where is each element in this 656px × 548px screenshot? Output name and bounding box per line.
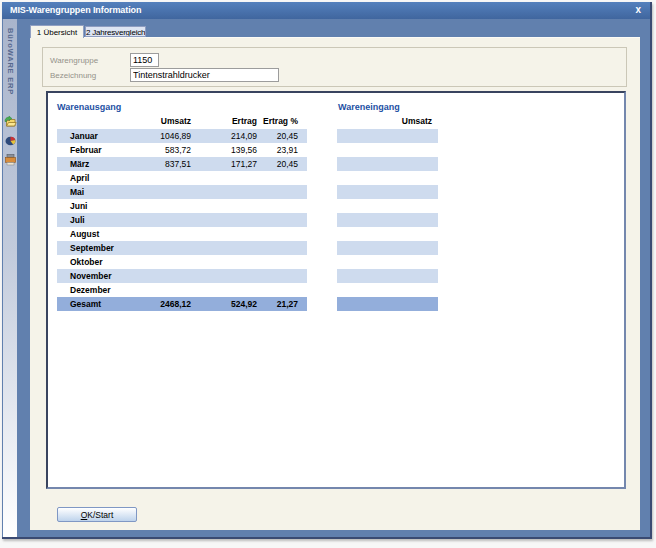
printer-icon[interactable] — [4, 152, 17, 170]
table-row[interactable]: Juli — [57, 213, 307, 227]
table-cell-ertrag: 524,92 — [191, 297, 257, 311]
close-icon[interactable]: x — [635, 4, 641, 15]
table-row[interactable]: Februar583,72139,5623,91 — [57, 143, 307, 157]
sidebar-brand: BüroWARE ERP — [6, 28, 15, 95]
wareneingang-table: Umsatz — [337, 115, 438, 311]
table-row[interactable] — [337, 269, 438, 283]
table-cell-ertrag_prozent — [257, 241, 298, 255]
table-cell-umsatz — [137, 185, 191, 199]
table-row[interactable] — [337, 199, 438, 213]
table-cell-umsatz — [137, 199, 191, 213]
table-cell-ertrag_prozent: 21,27 — [257, 297, 298, 311]
table-cell-ertrag — [191, 171, 257, 185]
bezeichnung-label: Bezeichnung — [50, 71, 96, 80]
table-cell-month: März — [57, 157, 137, 171]
table-row[interactable]: September — [57, 241, 307, 255]
table-cell-ertrag_prozent: 23,91 — [257, 143, 298, 157]
bezeichnung-input[interactable] — [130, 68, 279, 82]
column-header: Ertrag % — [257, 115, 298, 129]
open-folder-icon[interactable] — [4, 114, 17, 132]
tab-jahresvergleich[interactable]: 2 Jahresvergleich — [85, 26, 146, 37]
table-cell-ertrag_prozent — [257, 185, 298, 199]
ok-start-button[interactable]: OK/Start — [57, 507, 137, 522]
warenausgang-table: Umsatz Ertrag Ertrag % Januar1046,89214,… — [57, 115, 307, 311]
table-cell-umsatz — [137, 255, 191, 269]
table-row[interactable]: November — [57, 269, 307, 283]
table-cell-umsatz — [137, 213, 191, 227]
table-cell-umsatz — [337, 185, 432, 199]
table-row[interactable]: Mai — [57, 185, 307, 199]
table-cell-umsatz — [337, 227, 432, 241]
table-cell-umsatz — [137, 227, 191, 241]
column-header: Umsatz — [337, 115, 432, 129]
table-cell-umsatz — [337, 213, 432, 227]
table-row[interactable]: Januar1046,89214,0920,45 — [57, 129, 307, 143]
table-cell-ertrag — [191, 227, 257, 241]
table-cell-umsatz — [137, 269, 191, 283]
table-cell-ertrag_prozent — [257, 255, 298, 269]
data-panel: Warenausgang Wareneingang Umsatz Ertrag … — [46, 91, 626, 489]
table-cell-ertrag_prozent — [257, 199, 298, 213]
table-cell-ertrag_prozent — [257, 227, 298, 241]
sidebar: BüroWARE ERP — [3, 19, 17, 537]
table-row[interactable] — [337, 129, 438, 143]
table-cell-month: April — [57, 171, 137, 185]
table-cell-month: Januar — [57, 129, 137, 143]
table-row[interactable]: Oktober — [57, 255, 307, 269]
table-cell-ertrag: 139,56 — [191, 143, 257, 157]
tab-panel: Warengruppe Bezeichnung Warenausgang War… — [30, 37, 640, 530]
window: MIS-Warengruppen Information x BüroWARE … — [2, 2, 652, 539]
table-cell-month: Oktober — [57, 255, 137, 269]
table-cell-month: Juni — [57, 199, 137, 213]
warenausgang-rows: Januar1046,89214,0920,45Februar583,72139… — [57, 129, 307, 311]
tab-uebersicht[interactable]: 1 Übersicht — [30, 25, 84, 38]
table-cell-ertrag_prozent — [257, 213, 298, 227]
table-cell-umsatz: 1046,89 — [137, 129, 191, 143]
table-row[interactable] — [337, 283, 438, 297]
table-row[interactable]: März837,51171,2720,45 — [57, 157, 307, 171]
table-row[interactable]: Gesamt2468,12524,9221,27 — [57, 297, 307, 311]
pie-chart-icon[interactable] — [4, 133, 17, 151]
table-cell-umsatz — [137, 283, 191, 297]
table-cell-umsatz — [337, 255, 432, 269]
table-cell-umsatz — [337, 171, 432, 185]
table-row[interactable] — [337, 171, 438, 185]
table-row[interactable] — [337, 241, 438, 255]
table-cell-ertrag — [191, 185, 257, 199]
table-cell-ertrag_prozent: 20,45 — [257, 157, 298, 171]
table-cell-ertrag — [191, 213, 257, 227]
table-cell-month: Juli — [57, 213, 137, 227]
table-cell-month: Gesamt — [57, 297, 137, 311]
table-cell-umsatz — [337, 297, 432, 311]
table-row[interactable] — [337, 227, 438, 241]
table-cell-ertrag — [191, 269, 257, 283]
table-row[interactable] — [337, 185, 438, 199]
table-cell-month: August — [57, 227, 137, 241]
column-header — [57, 115, 137, 129]
table-cell-ertrag: 214,09 — [191, 129, 257, 143]
table-cell-umsatz — [137, 171, 191, 185]
table-row[interactable] — [337, 157, 438, 171]
wareneingang-rows — [337, 129, 438, 311]
table-cell-umsatz: 2468,12 — [137, 297, 191, 311]
warengruppe-label: Warengruppe — [50, 56, 98, 65]
wareneingang-header-row: Umsatz — [337, 115, 438, 129]
table-row[interactable] — [337, 143, 438, 157]
table-row[interactable]: August — [57, 227, 307, 241]
window-title: MIS-Warengruppen Information — [10, 5, 141, 15]
table-cell-umsatz: 583,72 — [137, 143, 191, 157]
table-row[interactable] — [337, 213, 438, 227]
table-cell-ertrag_prozent — [257, 269, 298, 283]
table-cell-month: September — [57, 241, 137, 255]
table-row[interactable]: April — [57, 171, 307, 185]
table-row[interactable]: Juni — [57, 199, 307, 213]
table-cell-umsatz — [337, 241, 432, 255]
table-cell-ertrag_prozent — [257, 283, 298, 297]
sidebar-icons — [3, 114, 17, 170]
table-row[interactable] — [337, 255, 438, 269]
table-row[interactable]: Dezember — [57, 283, 307, 297]
table-cell-month: Dezember — [57, 283, 137, 297]
table-cell-umsatz — [137, 241, 191, 255]
table-row[interactable] — [337, 297, 438, 311]
warengruppe-input[interactable] — [130, 53, 159, 67]
